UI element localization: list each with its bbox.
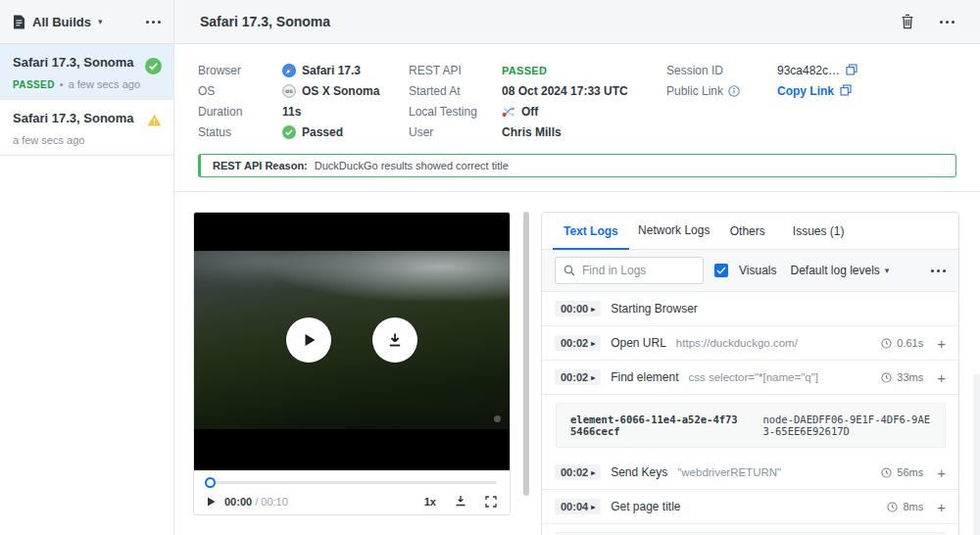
meta-label: User: [409, 125, 502, 139]
log-timestamp-chip[interactable]: 00:04▸: [555, 499, 601, 514]
log-action: Get page title: [611, 500, 680, 513]
seek-thumb[interactable]: [205, 477, 216, 488]
tab-others[interactable]: Others: [716, 213, 779, 249]
download-icon[interactable]: [455, 495, 466, 508]
clock-icon: [881, 467, 892, 478]
session-overflow-menu-icon[interactable]: [940, 21, 955, 24]
copy-icon[interactable]: [846, 64, 858, 76]
meta-label: Status: [198, 125, 282, 139]
log-detail: https://duckduckgo.com/: [676, 337, 798, 349]
video-current-time: 00:00: [224, 496, 252, 508]
safari-icon: [282, 64, 296, 77]
log-timestamp-chip[interactable]: 00:02▸: [555, 335, 601, 351]
trash-icon[interactable]: [901, 14, 914, 29]
user-value: Chris Mills: [502, 125, 562, 139]
session-title: Safari 17.3, Sonoma: [200, 14, 330, 29]
session-id-value: 93ca482c…: [777, 64, 840, 77]
session-content: 00:00 / 00:10 1x Text Logs Network Logs …: [174, 192, 980, 535]
log-timestamp-chip[interactable]: 00:02▸: [555, 369, 601, 385]
page-scrollbar[interactable]: [973, 374, 980, 535]
video-controls: 00:00 / 00:10 1x: [194, 470, 510, 514]
element-result-block: element-6066-11e4-a52e-4f735466cecf node…: [556, 403, 946, 448]
play-icon[interactable]: [207, 497, 216, 507]
element-id-value: element-6066-11e4-a52e-4f735466cecf: [570, 413, 741, 437]
video-player-card: 00:00 / 00:10 1x: [193, 212, 511, 515]
log-action: Find element: [611, 370, 678, 384]
log-action: Open URL: [611, 336, 666, 350]
info-icon[interactable]: [728, 85, 740, 97]
video-screen[interactable]: [194, 213, 510, 470]
tab-text-logs[interactable]: Text Logs: [550, 213, 632, 249]
log-timestamp-chip[interactable]: 00:00▸: [555, 301, 601, 316]
fullscreen-icon[interactable]: [485, 496, 497, 508]
chevron-down-icon: ▾: [98, 17, 103, 26]
log-duration: 0.61s: [897, 337, 923, 349]
logs-panel: Text Logs Network Logs Others Issues (1)…: [541, 212, 959, 535]
meta-label: Started At: [409, 84, 502, 98]
builds-overflow-menu-icon[interactable]: [146, 21, 161, 24]
search-input[interactable]: [555, 257, 704, 284]
camera-watermark-icon: [494, 415, 501, 422]
download-icon: [386, 331, 404, 349]
rest-api-value: PASSED: [502, 65, 547, 76]
expand-plus-button[interactable]: +: [937, 370, 946, 385]
video-total-time: 00:10: [261, 496, 288, 508]
content-scrollbar[interactable]: [523, 212, 529, 496]
separator-dot: •: [60, 78, 64, 90]
warning-triangle-icon: [147, 114, 162, 126]
logs-overflow-menu-icon[interactable]: [931, 269, 946, 272]
expand-plus-button[interactable]: +: [937, 465, 946, 480]
log-search: [555, 257, 704, 284]
check-circle-icon: [145, 58, 162, 74]
build-time: a few secs ago: [13, 134, 84, 146]
tab-issues[interactable]: Issues (1): [779, 213, 858, 249]
expand-plus-button[interactable]: +: [937, 336, 946, 351]
build-list-item-warning[interactable]: Safari 17.3, Sonoma a few secs ago: [0, 100, 173, 156]
clock-icon: [881, 372, 892, 383]
search-icon: [564, 265, 575, 276]
builds-header[interactable]: All Builds ▾: [0, 0, 173, 44]
log-list: 00:00▸ Starting Browser 00:02▸ Open URL …: [542, 292, 958, 535]
builds-dropdown-label[interactable]: All Builds: [32, 15, 91, 29]
tab-network-logs[interactable]: Network Logs: [632, 213, 716, 249]
browser-value: Safari 17.3: [302, 64, 361, 77]
session-header: Safari 17.3, Sonoma: [174, 0, 980, 44]
log-row[interactable]: 00:00▸ Starting Browser: [542, 292, 958, 326]
expand-arrow-icon: ▸: [591, 305, 595, 314]
video-seek-bar[interactable]: [207, 481, 497, 484]
playback-speed-button[interactable]: 1x: [424, 496, 436, 508]
expand-plus-button[interactable]: +: [937, 500, 946, 514]
video-download-button[interactable]: [372, 317, 417, 363]
clock-icon: [881, 338, 892, 349]
banner-label: REST API Reason:: [213, 160, 308, 171]
build-title: Safari 17.3, Sonoma: [13, 55, 140, 70]
build-title: Safari 17.3, Sonoma: [13, 111, 140, 125]
meta-label: Session ID: [666, 64, 777, 77]
build-list-item-passed[interactable]: Safari 17.3, Sonoma PASSED • a few secs …: [0, 44, 173, 100]
log-duration: 56ms: [897, 466, 923, 478]
expand-arrow-icon: ▸: [591, 339, 595, 348]
builds-sidebar: All Builds ▾ Safari 17.3, Sonoma PASSED …: [0, 0, 174, 535]
session-meta-section: Browser Safari 17.3 OS os OS X Sonoma Du…: [174, 44, 980, 192]
duration-value: 11s: [282, 105, 301, 119]
copy-link-button[interactable]: Copy Link: [777, 84, 834, 98]
log-row[interactable]: 00:02▸ Find element css selector="*[name…: [542, 361, 958, 395]
build-status-label: PASSED: [13, 79, 55, 90]
log-levels-dropdown[interactable]: Default log levels▾: [790, 264, 889, 277]
meta-label: OS: [198, 84, 282, 98]
logs-tabs: Text Logs Network Logs Others Issues (1): [542, 213, 958, 250]
log-row[interactable]: 00:04▸ Get page title 8ms +: [542, 490, 958, 524]
logs-filter-bar: Visuals Default log levels▾: [542, 250, 958, 292]
visuals-checkbox[interactable]: [714, 264, 728, 277]
expand-arrow-icon: ▸: [591, 503, 595, 511]
log-timestamp-chip[interactable]: 00:02▸: [555, 464, 601, 480]
copy-icon[interactable]: [840, 84, 852, 97]
video-play-button[interactable]: [286, 317, 331, 363]
log-detail: css selector="*[name="q"]: [689, 371, 818, 383]
os-icon: os: [282, 84, 296, 98]
local-testing-icon: [502, 106, 515, 118]
log-row[interactable]: 00:02▸ Send Keys "webdriverRETURN" 56ms …: [542, 456, 958, 490]
rest-api-reason-banner: REST API Reason: DuckDuckGo results show…: [198, 154, 956, 177]
os-value: OS X Sonoma: [302, 84, 379, 98]
log-row[interactable]: 00:02▸ Open URL https://duckduckgo.com/ …: [542, 326, 958, 361]
